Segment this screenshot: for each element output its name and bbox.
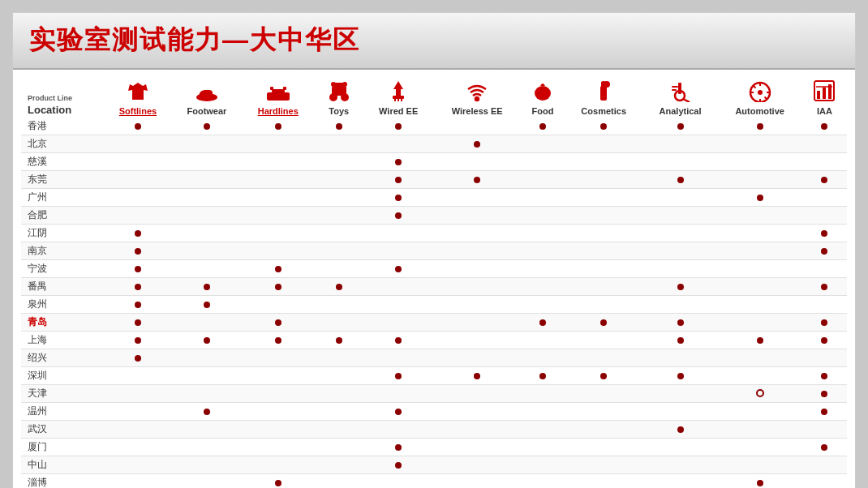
dot-cell-softlines <box>104 171 171 189</box>
wired_ee-icon <box>387 79 410 105</box>
location-name: 宁波 <box>28 263 47 274</box>
dot-cell-automotive <box>717 153 802 171</box>
location-cell: 慈溪 <box>21 153 104 171</box>
filled-dot <box>677 284 684 290</box>
svg-marker-11 <box>393 81 403 89</box>
dot-cell-automotive <box>717 242 802 260</box>
filled-dot <box>474 373 480 379</box>
table-row: 慈溪 <box>21 153 847 171</box>
dot-cell-hardlines <box>242 403 314 421</box>
dot-cell-analytical <box>643 260 718 278</box>
dot-cell-iaa <box>802 349 847 367</box>
filled-dot <box>395 123 402 130</box>
icon-header-wireless_ee: Wireless EE <box>433 76 521 118</box>
dot-cell-cosmetics <box>565 385 643 403</box>
dot-cell-automotive <box>717 207 802 225</box>
filled-dot <box>275 319 281 326</box>
dot-cell-analytical <box>643 314 718 332</box>
dot-cell-wired_ee <box>363 456 433 474</box>
table-row: 合肥 <box>21 207 847 225</box>
filled-dot <box>395 177 402 183</box>
filled-dot <box>677 123 684 130</box>
filled-dot <box>821 230 827 237</box>
filled-dot <box>757 480 763 486</box>
dot-cell-hardlines <box>242 225 314 242</box>
iaa-icon <box>813 79 836 105</box>
filled-dot <box>539 319 546 326</box>
svg-rect-26 <box>672 86 678 88</box>
dot-cell-wired_ee <box>363 367 433 385</box>
toys-icon <box>326 79 352 105</box>
filled-dot <box>395 212 402 219</box>
dot-cell-wired_ee <box>363 314 433 332</box>
filled-dot <box>135 355 141 362</box>
filled-dot <box>275 480 281 486</box>
dot-cell-food <box>521 296 564 314</box>
dot-cell-food <box>521 421 564 439</box>
dot-cell-food <box>521 367 564 385</box>
dot-cell-analytical <box>643 278 718 296</box>
dot-cell-food <box>521 153 564 171</box>
dot-cell-iaa <box>802 242 847 260</box>
location-name: 厦门 <box>28 441 47 452</box>
location-name: 南京 <box>28 245 47 256</box>
filled-dot <box>600 123 607 130</box>
location-cell: 宁波 <box>21 260 104 278</box>
dot-cell-iaa <box>802 296 847 314</box>
dot-cell-wireless_ee <box>433 135 521 153</box>
icon-header-footwear: Footwear <box>171 76 242 118</box>
outlined-dot <box>756 389 764 397</box>
dot-cell-iaa <box>802 225 847 242</box>
filled-dot <box>757 337 763 344</box>
dot-cell-hardlines <box>242 296 314 314</box>
table-wrapper: Product Line Location Softlines Footwear… <box>13 70 855 488</box>
dot-cell-wireless_ee <box>433 242 521 260</box>
dot-cell-wireless_ee <box>433 332 521 349</box>
dot-cell-softlines <box>104 260 171 278</box>
dot-cell-hardlines <box>242 349 314 367</box>
location-cell: 武汉 <box>21 421 104 439</box>
dot-cell-iaa <box>802 171 847 189</box>
automotive-icon <box>747 79 773 105</box>
dot-cell-footwear <box>171 135 242 153</box>
filled-dot <box>204 284 210 290</box>
dot-cell-wired_ee <box>363 207 433 225</box>
dot-cell-footwear <box>171 225 242 242</box>
filled-dot <box>204 302 210 308</box>
dot-cell-automotive <box>717 403 802 421</box>
svg-rect-23 <box>678 83 681 94</box>
dot-cell-toys <box>314 118 363 135</box>
location-cell: 北京 <box>21 135 104 153</box>
filled-dot <box>677 337 684 344</box>
filled-dot <box>395 337 402 344</box>
dot-cell-footwear <box>171 385 242 403</box>
dot-cell-footwear <box>171 367 242 385</box>
dot-cell-wireless_ee <box>433 474 521 489</box>
dot-cell-toys <box>314 153 363 171</box>
dot-cell-toys <box>314 171 363 189</box>
dot-cell-wired_ee <box>363 171 433 189</box>
location-name: 泉州 <box>28 298 47 310</box>
dot-cell-automotive <box>717 135 802 153</box>
filled-dot <box>821 319 827 326</box>
dot-cell-toys <box>314 332 363 349</box>
table-row: 北京 <box>21 135 847 153</box>
dot-cell-automotive <box>717 385 802 403</box>
filled-dot <box>539 123 546 130</box>
filled-dot <box>600 373 607 379</box>
dot-cell-toys <box>314 421 363 439</box>
svg-rect-37 <box>817 91 820 99</box>
dot-cell-automotive <box>717 314 802 332</box>
dot-cell-hardlines <box>242 135 314 153</box>
dot-cell-toys <box>314 207 363 225</box>
svg-rect-4 <box>283 87 286 90</box>
dot-cell-wireless_ee <box>433 171 521 189</box>
dot-cell-toys <box>314 367 363 385</box>
dot-cell-toys <box>314 403 363 421</box>
icon-header-softlines: Softlines <box>104 76 171 118</box>
hardlines-icon <box>265 84 291 105</box>
dot-cell-softlines <box>104 225 171 242</box>
dot-cell-wireless_ee <box>433 207 521 225</box>
dot-cell-iaa <box>802 403 847 421</box>
location-cell: 广州 <box>21 189 104 207</box>
